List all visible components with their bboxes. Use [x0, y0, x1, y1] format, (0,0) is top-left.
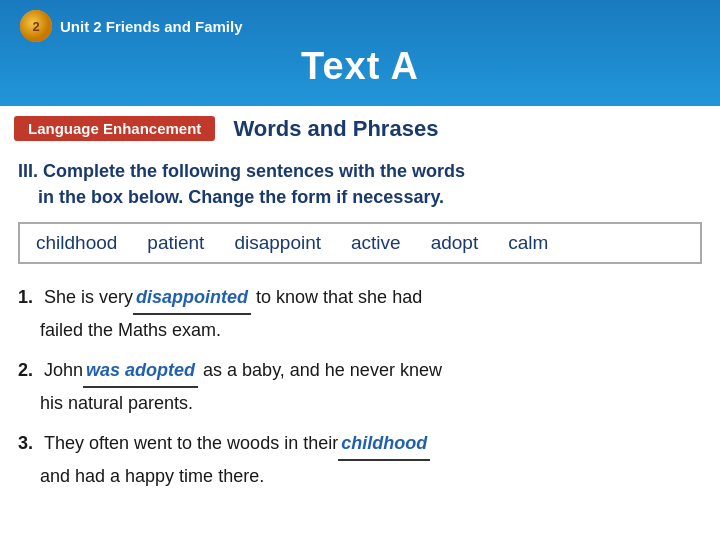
word-calm: calm	[508, 232, 548, 254]
sentence-2-answer: was adopted	[83, 355, 198, 388]
word-childhood: childhood	[36, 232, 117, 254]
word-active: active	[351, 232, 401, 254]
unit-text: Unit 2 Friends and Family	[60, 18, 243, 35]
word-disappoint: disappoint	[234, 232, 321, 254]
page-title: Text A	[20, 46, 700, 88]
sentence-2: 2. John was adopted as a baby, and he ne…	[18, 355, 702, 418]
svg-text:2: 2	[32, 19, 39, 34]
sentence-3: 3. They often went to the woods in their…	[18, 428, 702, 491]
sentence-1-answer: disappointed	[133, 282, 251, 315]
sentence-1: 1. She is very disappointed to know that…	[18, 282, 702, 345]
language-badge: Language Enhancement	[14, 116, 215, 141]
sentence-3-answer: childhood	[338, 428, 430, 461]
sentence-3-number: 3.	[18, 428, 40, 459]
sentence-1-before: She is very	[44, 282, 133, 313]
unit-icon: 2	[20, 10, 52, 42]
words-phrases-title: Words and Phrases	[233, 116, 438, 142]
sentence-2-number: 2.	[18, 355, 40, 386]
main-content: III. Complete the following sentences wi…	[0, 148, 720, 512]
sentence-3-line2: and had a happy time there.	[18, 461, 702, 492]
sentence-3-before: They often went to the woods in their	[44, 428, 338, 459]
word-box: childhood patient disappoint active adop…	[18, 222, 702, 264]
language-enhancement-banner: Language Enhancement Words and Phrases	[14, 116, 720, 142]
sentence-1-number: 1.	[18, 282, 40, 313]
sentences-section: 1. She is very disappointed to know that…	[18, 282, 702, 492]
word-adopt: adopt	[431, 232, 479, 254]
sentence-2-before: John	[44, 355, 83, 386]
sentence-2-after: as a baby, and he never knew	[198, 355, 442, 386]
word-patient: patient	[147, 232, 204, 254]
unit-label: 2 Unit 2 Friends and Family	[20, 10, 700, 42]
sentence-1-after: to know that she had	[251, 282, 422, 313]
instruction-text: III. Complete the following sentences wi…	[18, 158, 702, 210]
header: 2 Unit 2 Friends and Family Text A	[0, 0, 720, 106]
sentence-2-line2: his natural parents.	[18, 388, 702, 419]
sentence-1-line2: failed the Maths exam.	[18, 315, 702, 346]
